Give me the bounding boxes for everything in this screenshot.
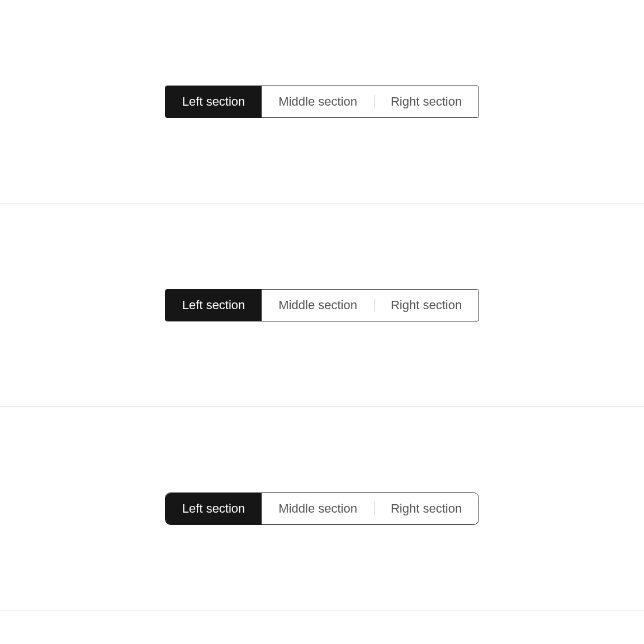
switcher-item-left[interactable]: Left section (165, 86, 262, 117)
switcher-item-left[interactable]: Left section (165, 493, 262, 524)
content-switcher-example-2: Left section Middle section Right sectio… (0, 203, 644, 407)
switcher-item-label: Left section (182, 94, 245, 109)
content-switcher-example-3: Left section Middle section Right sectio… (0, 407, 644, 610)
switcher-item-label: Middle section (278, 94, 357, 109)
content-switcher-example-1: Left section Middle section Right sectio… (0, 0, 644, 203)
switcher-item-label: Middle section (278, 501, 357, 516)
switcher-item-middle[interactable]: Middle section (262, 86, 374, 117)
switcher-item-label: Left section (182, 298, 245, 312)
switcher-item-right[interactable]: Right section (374, 86, 479, 117)
switcher-item-label: Left section (182, 501, 245, 516)
switcher-item-left[interactable]: Left section (165, 290, 262, 321)
switcher-item-middle[interactable]: Middle section (262, 493, 374, 524)
switcher-item-label: Right section (391, 94, 462, 109)
content-switcher: Left section Middle section Right sectio… (165, 86, 479, 118)
switcher-item-right[interactable]: Right section (374, 493, 479, 524)
content-switcher: Left section Middle section Right sectio… (165, 493, 479, 525)
switcher-item-middle[interactable]: Middle section (262, 290, 374, 321)
switcher-item-label: Right section (391, 501, 462, 516)
switcher-item-label: Right section (391, 298, 462, 312)
switcher-item-right[interactable]: Right section (374, 290, 479, 321)
content-switcher: Left section Middle section Right sectio… (165, 289, 479, 321)
switcher-item-label: Middle section (278, 298, 357, 312)
